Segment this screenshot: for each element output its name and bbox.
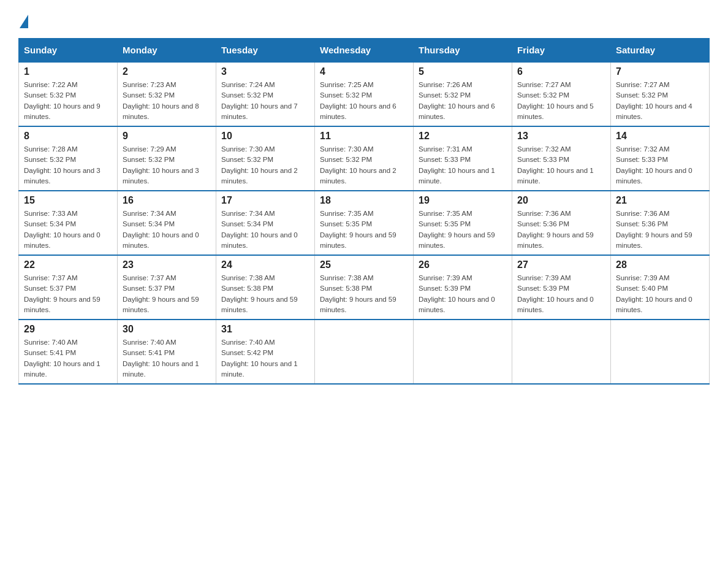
day-info: Sunrise: 7:32 AMSunset: 5:33 PMDaylight:… <box>616 144 704 186</box>
calendar-cell: 24 Sunrise: 7:38 AMSunset: 5:38 PMDaylig… <box>216 255 315 320</box>
calendar-cell: 12 Sunrise: 7:31 AMSunset: 5:33 PMDaylig… <box>414 126 512 191</box>
day-number: 2 <box>123 66 211 77</box>
day-info: Sunrise: 7:39 AMSunset: 5:39 PMDaylight:… <box>419 273 507 315</box>
calendar-cell: 25 Sunrise: 7:38 AMSunset: 5:38 PMDaylig… <box>315 255 414 320</box>
day-number: 11 <box>320 131 408 142</box>
day-info: Sunrise: 7:33 AMSunset: 5:34 PMDaylight:… <box>24 209 112 251</box>
calendar-cell <box>315 320 414 384</box>
calendar-week-row: 29 Sunrise: 7:40 AMSunset: 5:41 PMDaylig… <box>19 320 710 384</box>
logo <box>18 12 28 28</box>
day-info: Sunrise: 7:38 AMSunset: 5:38 PMDaylight:… <box>221 273 309 315</box>
weekday-header-wednesday: Wednesday <box>315 39 414 63</box>
calendar-cell: 23 Sunrise: 7:37 AMSunset: 5:37 PMDaylig… <box>118 255 216 320</box>
day-number: 30 <box>123 324 211 335</box>
calendar-cell: 3 Sunrise: 7:24 AMSunset: 5:32 PMDayligh… <box>216 62 315 126</box>
day-info: Sunrise: 7:28 AMSunset: 5:32 PMDaylight:… <box>24 144 112 186</box>
day-number: 14 <box>616 131 704 142</box>
day-info: Sunrise: 7:30 AMSunset: 5:32 PMDaylight:… <box>320 144 408 186</box>
calendar-week-row: 15 Sunrise: 7:33 AMSunset: 5:34 PMDaylig… <box>19 191 710 255</box>
day-info: Sunrise: 7:40 AMSunset: 5:42 PMDaylight:… <box>221 337 309 380</box>
day-number: 12 <box>419 131 507 142</box>
day-info: Sunrise: 7:31 AMSunset: 5:33 PMDaylight:… <box>419 144 507 186</box>
day-info: Sunrise: 7:34 AMSunset: 5:34 PMDaylight:… <box>123 209 211 251</box>
day-info: Sunrise: 7:39 AMSunset: 5:40 PMDaylight:… <box>616 273 704 315</box>
weekday-header-friday: Friday <box>512 39 611 63</box>
day-info: Sunrise: 7:27 AMSunset: 5:32 PMDaylight:… <box>616 80 704 122</box>
day-number: 9 <box>123 131 211 142</box>
day-number: 21 <box>616 195 704 206</box>
day-number: 17 <box>221 195 309 206</box>
day-info: Sunrise: 7:37 AMSunset: 5:37 PMDaylight:… <box>24 273 112 315</box>
day-number: 31 <box>221 324 309 335</box>
day-info: Sunrise: 7:22 AMSunset: 5:32 PMDaylight:… <box>24 80 112 122</box>
calendar-cell: 18 Sunrise: 7:35 AMSunset: 5:35 PMDaylig… <box>315 191 414 255</box>
day-info: Sunrise: 7:40 AMSunset: 5:41 PMDaylight:… <box>123 337 211 380</box>
calendar-cell: 10 Sunrise: 7:30 AMSunset: 5:32 PMDaylig… <box>216 126 315 191</box>
day-info: Sunrise: 7:29 AMSunset: 5:32 PMDaylight:… <box>123 144 211 186</box>
day-info: Sunrise: 7:26 AMSunset: 5:32 PMDaylight:… <box>419 80 507 122</box>
day-number: 22 <box>24 259 112 270</box>
day-number: 25 <box>320 259 408 270</box>
day-info: Sunrise: 7:24 AMSunset: 5:32 PMDaylight:… <box>221 80 309 122</box>
logo-triangle-icon <box>20 15 28 28</box>
day-info: Sunrise: 7:23 AMSunset: 5:32 PMDaylight:… <box>123 80 211 122</box>
weekday-header-row: SundayMondayTuesdayWednesdayThursdayFrid… <box>19 39 710 63</box>
day-number: 4 <box>320 66 408 77</box>
day-number: 19 <box>419 195 507 206</box>
calendar-cell: 6 Sunrise: 7:27 AMSunset: 5:32 PMDayligh… <box>512 62 611 126</box>
calendar-cell: 11 Sunrise: 7:30 AMSunset: 5:32 PMDaylig… <box>315 126 414 191</box>
calendar-table: SundayMondayTuesdayWednesdayThursdayFrid… <box>18 38 710 385</box>
day-number: 26 <box>419 259 507 270</box>
calendar-cell: 26 Sunrise: 7:39 AMSunset: 5:39 PMDaylig… <box>414 255 512 320</box>
day-number: 15 <box>24 195 112 206</box>
day-number: 27 <box>517 259 605 270</box>
day-info: Sunrise: 7:27 AMSunset: 5:32 PMDaylight:… <box>517 80 605 122</box>
day-number: 23 <box>123 259 211 270</box>
calendar-cell: 2 Sunrise: 7:23 AMSunset: 5:32 PMDayligh… <box>118 62 216 126</box>
day-info: Sunrise: 7:37 AMSunset: 5:37 PMDaylight:… <box>123 273 211 315</box>
day-number: 8 <box>24 131 112 142</box>
calendar-cell: 19 Sunrise: 7:35 AMSunset: 5:35 PMDaylig… <box>414 191 512 255</box>
calendar-cell: 14 Sunrise: 7:32 AMSunset: 5:33 PMDaylig… <box>611 126 710 191</box>
calendar-week-row: 1 Sunrise: 7:22 AMSunset: 5:32 PMDayligh… <box>19 62 710 126</box>
day-number: 10 <box>221 131 309 142</box>
calendar-cell: 9 Sunrise: 7:29 AMSunset: 5:32 PMDayligh… <box>118 126 216 191</box>
calendar-week-row: 8 Sunrise: 7:28 AMSunset: 5:32 PMDayligh… <box>19 126 710 191</box>
calendar-cell: 29 Sunrise: 7:40 AMSunset: 5:41 PMDaylig… <box>19 320 118 384</box>
calendar-cell: 16 Sunrise: 7:34 AMSunset: 5:34 PMDaylig… <box>118 191 216 255</box>
day-number: 13 <box>517 131 605 142</box>
day-info: Sunrise: 7:35 AMSunset: 5:35 PMDaylight:… <box>419 209 507 251</box>
day-info: Sunrise: 7:36 AMSunset: 5:36 PMDaylight:… <box>616 209 704 251</box>
weekday-header-monday: Monday <box>118 39 216 63</box>
day-number: 7 <box>616 66 704 77</box>
weekday-header-tuesday: Tuesday <box>216 39 315 63</box>
day-number: 6 <box>517 66 605 77</box>
day-number: 18 <box>320 195 408 206</box>
calendar-cell: 17 Sunrise: 7:34 AMSunset: 5:34 PMDaylig… <box>216 191 315 255</box>
calendar-cell: 8 Sunrise: 7:28 AMSunset: 5:32 PMDayligh… <box>19 126 118 191</box>
day-number: 24 <box>221 259 309 270</box>
calendar-cell: 4 Sunrise: 7:25 AMSunset: 5:32 PMDayligh… <box>315 62 414 126</box>
day-number: 5 <box>419 66 507 77</box>
weekday-header-saturday: Saturday <box>611 39 710 63</box>
day-number: 20 <box>517 195 605 206</box>
day-info: Sunrise: 7:39 AMSunset: 5:39 PMDaylight:… <box>517 273 605 315</box>
calendar-cell: 20 Sunrise: 7:36 AMSunset: 5:36 PMDaylig… <box>512 191 611 255</box>
day-info: Sunrise: 7:25 AMSunset: 5:32 PMDaylight:… <box>320 80 408 122</box>
calendar-cell: 5 Sunrise: 7:26 AMSunset: 5:32 PMDayligh… <box>414 62 512 126</box>
calendar-cell: 30 Sunrise: 7:40 AMSunset: 5:41 PMDaylig… <box>118 320 216 384</box>
calendar-cell: 31 Sunrise: 7:40 AMSunset: 5:42 PMDaylig… <box>216 320 315 384</box>
calendar-cell: 22 Sunrise: 7:37 AMSunset: 5:37 PMDaylig… <box>19 255 118 320</box>
calendar-cell: 1 Sunrise: 7:22 AMSunset: 5:32 PMDayligh… <box>19 62 118 126</box>
calendar-cell: 28 Sunrise: 7:39 AMSunset: 5:40 PMDaylig… <box>611 255 710 320</box>
day-info: Sunrise: 7:38 AMSunset: 5:38 PMDaylight:… <box>320 273 408 315</box>
day-info: Sunrise: 7:32 AMSunset: 5:33 PMDaylight:… <box>517 144 605 186</box>
calendar-week-row: 22 Sunrise: 7:37 AMSunset: 5:37 PMDaylig… <box>19 255 710 320</box>
weekday-header-sunday: Sunday <box>19 39 118 63</box>
day-number: 16 <box>123 195 211 206</box>
day-info: Sunrise: 7:36 AMSunset: 5:36 PMDaylight:… <box>517 209 605 251</box>
weekday-header-thursday: Thursday <box>414 39 512 63</box>
calendar-cell <box>611 320 710 384</box>
day-info: Sunrise: 7:35 AMSunset: 5:35 PMDaylight:… <box>320 209 408 251</box>
day-info: Sunrise: 7:34 AMSunset: 5:34 PMDaylight:… <box>221 209 309 251</box>
